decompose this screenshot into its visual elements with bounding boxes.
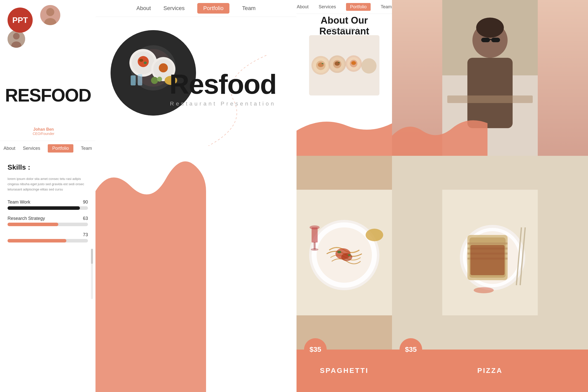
spaghetti-price-text: $35 bbox=[310, 346, 321, 354]
svg-point-53 bbox=[337, 251, 341, 253]
svg-point-37 bbox=[144, 62, 147, 64]
svg-point-54 bbox=[348, 254, 351, 256]
person-name: Johan Ben bbox=[33, 127, 54, 132]
main-brand-sub: Restaurant Presentation bbox=[169, 101, 276, 107]
pizza-price: $35 bbox=[400, 338, 422, 361]
spaghetti-price: $35 bbox=[304, 338, 327, 361]
svg-point-28 bbox=[476, 18, 504, 38]
skill-research-fill bbox=[8, 223, 58, 226]
svg-rect-29 bbox=[447, 95, 533, 103]
svg-point-4 bbox=[13, 33, 20, 39]
slide-nav-tl: About Services Portfolio Team bbox=[0, 141, 95, 156]
skill-extra-percent: 73 bbox=[83, 232, 88, 237]
person-avatar-2 bbox=[8, 30, 25, 48]
nav-services-tl[interactable]: Services bbox=[23, 146, 40, 151]
spaghetti-image bbox=[297, 156, 392, 350]
nav-about-tc[interactable]: About bbox=[297, 4, 309, 10]
svg-rect-71 bbox=[470, 245, 505, 275]
skill-research-label: Research Strategy bbox=[8, 216, 45, 221]
about-subtitle: What We Do ? bbox=[297, 27, 392, 31]
skill-teamwork-bg bbox=[8, 206, 88, 210]
slide-skills: Skills : lorem ipsum dolor sita amet con… bbox=[0, 156, 95, 392]
svg-point-44 bbox=[157, 77, 162, 82]
person-title: CEO/Founder bbox=[33, 132, 54, 136]
skill-extra-bg bbox=[8, 239, 88, 242]
slide-main-hero: About Services Portfolio Team bbox=[95, 0, 297, 392]
svg-point-1 bbox=[46, 8, 54, 16]
spaghetti-name: SPAGHETTI bbox=[320, 367, 369, 375]
skill-research-bg bbox=[8, 223, 88, 226]
svg-rect-27 bbox=[489, 39, 492, 40]
nav-team-tl[interactable]: Team bbox=[81, 146, 92, 151]
svg-rect-55 bbox=[312, 227, 318, 242]
slide-top-right bbox=[392, 0, 588, 156]
slide-top-left: PPT RESFOOD Johan Ben CEO/Founder bbox=[0, 0, 95, 156]
skill-teamwork-label: Team Work bbox=[8, 200, 30, 205]
about-title: About Our Restaurant bbox=[297, 15, 392, 37]
skills-heading: Skills : bbox=[8, 163, 88, 171]
nav-portfolio-main[interactable]: Portfolio bbox=[197, 3, 230, 14]
svg-rect-42 bbox=[138, 74, 142, 85]
scrollbar[interactable] bbox=[91, 249, 93, 299]
skill-extra-fill bbox=[8, 239, 66, 242]
brand-title-text: RESFOOD bbox=[5, 85, 91, 105]
slide-pizza: $35 PIZZA bbox=[392, 156, 588, 392]
person-info: Johan Ben CEO/Founder bbox=[33, 127, 54, 136]
svg-point-36 bbox=[139, 59, 143, 62]
skill-research-percent: 63 bbox=[83, 216, 88, 221]
skill-extra: 73 bbox=[8, 232, 88, 242]
svg-rect-67 bbox=[467, 242, 508, 244]
ppt-badge: PPT bbox=[8, 8, 33, 33]
about-food-image bbox=[309, 35, 379, 95]
svg-rect-41 bbox=[131, 75, 136, 85]
nav-services-main[interactable]: Services bbox=[163, 5, 184, 12]
svg-point-15 bbox=[361, 58, 377, 74]
nav-portfolio-tl[interactable]: Portfolio bbox=[48, 144, 73, 153]
nav-portfolio-tc[interactable]: Portfolio bbox=[346, 3, 371, 11]
svg-point-19 bbox=[322, 63, 323, 64]
svg-point-20 bbox=[338, 62, 340, 63]
nav-team-tc[interactable]: Team bbox=[381, 4, 392, 10]
pizza-name: PIZZA bbox=[477, 367, 503, 375]
svg-point-40 bbox=[159, 63, 168, 72]
main-nav: About Services Portfolio Team bbox=[95, 0, 297, 16]
nav-services-tc[interactable]: Services bbox=[319, 4, 336, 10]
main-brand-area: Resfood Restaurant Presentation bbox=[169, 70, 276, 107]
pizza-image bbox=[392, 156, 588, 350]
skill-teamwork: Team Work 90 bbox=[8, 200, 88, 210]
skills-lorem: lorem ipsum dolor sita amet consec tetu … bbox=[8, 176, 88, 192]
svg-point-58 bbox=[311, 248, 318, 251]
svg-point-74 bbox=[474, 287, 494, 293]
nav-team-main[interactable]: Team bbox=[242, 5, 256, 12]
svg-point-56 bbox=[310, 225, 320, 229]
pizza-price-text: $35 bbox=[405, 346, 417, 354]
svg-point-43 bbox=[151, 77, 158, 84]
skill-teamwork-fill bbox=[8, 206, 80, 210]
svg-rect-25 bbox=[481, 38, 490, 42]
about-nav: About Services Portfolio Team bbox=[297, 0, 392, 14]
nav-about-tl[interactable]: About bbox=[4, 146, 15, 151]
skill-research: Research Strategy 63 bbox=[8, 216, 88, 226]
main-brand-name: Resfood bbox=[169, 70, 276, 98]
skill-teamwork-percent: 90 bbox=[83, 200, 88, 205]
svg-point-59 bbox=[366, 229, 383, 241]
pizza-label-bar: PIZZA bbox=[392, 350, 588, 392]
slide-spaghetti: $35 SPAGHETTI bbox=[297, 156, 392, 392]
svg-rect-26 bbox=[491, 38, 500, 42]
person-avatar-1 bbox=[40, 5, 60, 25]
ppt-label: PPT bbox=[12, 16, 28, 25]
nav-about-main[interactable]: About bbox=[136, 5, 151, 12]
svg-point-52 bbox=[341, 253, 352, 261]
svg-point-35 bbox=[138, 56, 149, 67]
brand-title-small: RESFOOD bbox=[5, 85, 91, 106]
slide-top-center: About Services Portfolio Team About Our … bbox=[297, 0, 392, 156]
scrollbar-thumb bbox=[91, 249, 93, 264]
svg-point-18 bbox=[351, 61, 356, 65]
